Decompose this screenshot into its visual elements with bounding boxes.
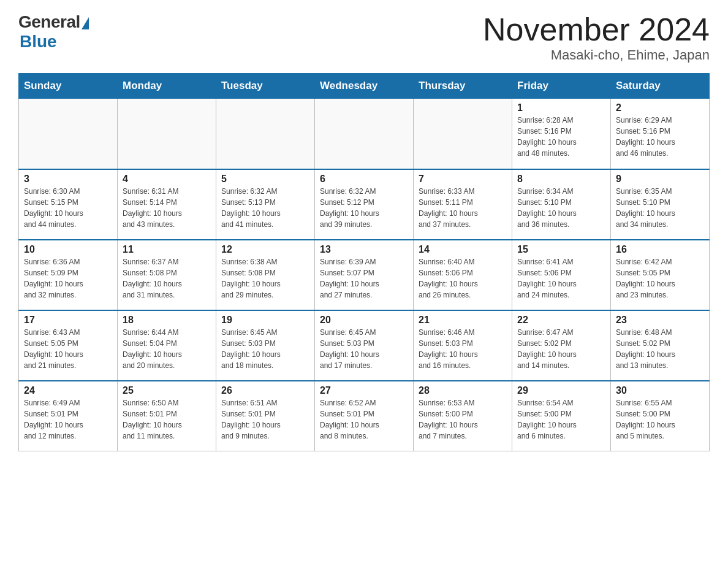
calendar-cell-w3-d0: 10Sunrise: 6:36 AMSunset: 5:09 PMDayligh… [19, 240, 118, 310]
day-number: 12 [221, 244, 309, 255]
day-info: Sunrise: 6:50 AMSunset: 5:01 PMDaylight:… [123, 397, 211, 442]
calendar-cell-w2-d5: 8Sunrise: 6:34 AMSunset: 5:10 PMDaylight… [512, 169, 611, 240]
day-info: Sunrise: 6:47 AMSunset: 5:02 PMDaylight:… [517, 327, 605, 371]
day-info: Sunrise: 6:37 AMSunset: 5:08 PMDaylight:… [123, 256, 211, 301]
day-number: 15 [517, 244, 605, 255]
day-number: 6 [320, 174, 408, 185]
header-tuesday: Tuesday [216, 74, 315, 99]
month-title: November 2024 [483, 12, 710, 47]
calendar-cell-w4-d5: 22Sunrise: 6:47 AMSunset: 5:02 PMDayligh… [512, 310, 611, 381]
calendar-cell-w1-d5: 1Sunrise: 6:28 AMSunset: 5:16 PMDaylight… [512, 99, 611, 169]
day-number: 27 [320, 385, 408, 396]
calendar-week-5: 24Sunrise: 6:49 AMSunset: 5:01 PMDayligh… [19, 381, 710, 451]
day-info: Sunrise: 6:30 AMSunset: 5:15 PMDaylight:… [24, 186, 112, 230]
calendar-cell-w4-d0: 17Sunrise: 6:43 AMSunset: 5:05 PMDayligh… [19, 310, 118, 381]
day-info: Sunrise: 6:49 AMSunset: 5:01 PMDaylight:… [24, 397, 112, 442]
header-sunday: Sunday [19, 74, 118, 99]
calendar-cell-w3-d1: 11Sunrise: 6:37 AMSunset: 5:08 PMDayligh… [118, 240, 216, 310]
calendar-cell-w2-d2: 5Sunrise: 6:32 AMSunset: 5:13 PMDaylight… [216, 169, 315, 240]
location-title: Masaki-cho, Ehime, Japan [483, 47, 710, 63]
day-info: Sunrise: 6:52 AMSunset: 5:01 PMDaylight:… [320, 397, 408, 442]
day-number: 28 [419, 385, 507, 396]
header-wednesday: Wednesday [315, 74, 414, 99]
logo-general-text: General [18, 12, 80, 32]
calendar-cell-w5-d5: 29Sunrise: 6:54 AMSunset: 5:00 PMDayligh… [512, 381, 611, 451]
calendar-cell-w2-d6: 9Sunrise: 6:35 AMSunset: 5:10 PMDaylight… [611, 169, 710, 240]
calendar-cell-w1-d6: 2Sunrise: 6:29 AMSunset: 5:16 PMDaylight… [611, 99, 710, 169]
calendar-week-2: 3Sunrise: 6:30 AMSunset: 5:15 PMDaylight… [19, 169, 710, 240]
day-number: 22 [517, 315, 605, 326]
title-area: November 2024 Masaki-cho, Ehime, Japan [483, 12, 710, 63]
day-info: Sunrise: 6:28 AMSunset: 5:16 PMDaylight:… [517, 115, 605, 159]
day-number: 26 [221, 385, 309, 396]
day-info: Sunrise: 6:41 AMSunset: 5:06 PMDaylight:… [517, 256, 605, 301]
page-header: General Blue November 2024 Masaki-cho, E… [18, 12, 710, 63]
logo-triangle-icon [82, 17, 89, 29]
day-info: Sunrise: 6:51 AMSunset: 5:01 PMDaylight:… [221, 397, 309, 442]
calendar-cell-w2-d0: 3Sunrise: 6:30 AMSunset: 5:15 PMDaylight… [19, 169, 118, 240]
day-info: Sunrise: 6:55 AMSunset: 5:00 PMDaylight:… [616, 397, 704, 442]
day-info: Sunrise: 6:42 AMSunset: 5:05 PMDaylight:… [616, 256, 704, 301]
day-number: 13 [320, 244, 408, 255]
calendar-cell-w3-d6: 16Sunrise: 6:42 AMSunset: 5:05 PMDayligh… [611, 240, 710, 310]
day-number: 18 [123, 315, 211, 326]
day-info: Sunrise: 6:32 AMSunset: 5:13 PMDaylight:… [221, 186, 309, 230]
day-number: 8 [517, 174, 605, 185]
day-number: 9 [616, 174, 704, 185]
day-number: 17 [24, 315, 112, 326]
calendar-cell-w1-d2 [216, 99, 315, 169]
header-friday: Friday [512, 74, 611, 99]
calendar-cell-w2-d3: 6Sunrise: 6:32 AMSunset: 5:12 PMDaylight… [315, 169, 414, 240]
day-info: Sunrise: 6:34 AMSunset: 5:10 PMDaylight:… [517, 186, 605, 230]
calendar-cell-w5-d0: 24Sunrise: 6:49 AMSunset: 5:01 PMDayligh… [19, 381, 118, 451]
day-number: 4 [123, 174, 211, 185]
calendar-cell-w4-d4: 21Sunrise: 6:46 AMSunset: 5:03 PMDayligh… [414, 310, 512, 381]
calendar-cell-w4-d2: 19Sunrise: 6:45 AMSunset: 5:03 PMDayligh… [216, 310, 315, 381]
calendar-cell-w2-d1: 4Sunrise: 6:31 AMSunset: 5:14 PMDaylight… [118, 169, 216, 240]
day-number: 20 [320, 315, 408, 326]
day-number: 2 [616, 102, 704, 113]
calendar-cell-w5-d3: 27Sunrise: 6:52 AMSunset: 5:01 PMDayligh… [315, 381, 414, 451]
day-number: 7 [419, 174, 507, 185]
calendar-cell-w3-d5: 15Sunrise: 6:41 AMSunset: 5:06 PMDayligh… [512, 240, 611, 310]
calendar-cell-w1-d3 [315, 99, 414, 169]
calendar-cell-w1-d1 [118, 99, 216, 169]
logo-blue-text: Blue [20, 32, 57, 52]
day-info: Sunrise: 6:36 AMSunset: 5:09 PMDaylight:… [24, 256, 112, 301]
calendar-cell-w1-d0 [19, 99, 118, 169]
calendar-cell-w3-d3: 13Sunrise: 6:39 AMSunset: 5:07 PMDayligh… [315, 240, 414, 310]
calendar-cell-w5-d2: 26Sunrise: 6:51 AMSunset: 5:01 PMDayligh… [216, 381, 315, 451]
day-info: Sunrise: 6:40 AMSunset: 5:06 PMDaylight:… [419, 256, 507, 301]
calendar-week-4: 17Sunrise: 6:43 AMSunset: 5:05 PMDayligh… [19, 310, 710, 381]
day-number: 1 [517, 102, 605, 113]
weekday-header-row: Sunday Monday Tuesday Wednesday Thursday… [19, 74, 710, 99]
day-info: Sunrise: 6:45 AMSunset: 5:03 PMDaylight:… [221, 327, 309, 371]
day-number: 21 [419, 315, 507, 326]
day-number: 11 [123, 244, 211, 255]
day-info: Sunrise: 6:29 AMSunset: 5:16 PMDaylight:… [616, 115, 704, 159]
day-info: Sunrise: 6:39 AMSunset: 5:07 PMDaylight:… [320, 256, 408, 301]
day-info: Sunrise: 6:32 AMSunset: 5:12 PMDaylight:… [320, 186, 408, 230]
calendar-cell-w3-d4: 14Sunrise: 6:40 AMSunset: 5:06 PMDayligh… [414, 240, 512, 310]
day-info: Sunrise: 6:44 AMSunset: 5:04 PMDaylight:… [123, 327, 211, 371]
calendar-week-3: 10Sunrise: 6:36 AMSunset: 5:09 PMDayligh… [19, 240, 710, 310]
day-info: Sunrise: 6:45 AMSunset: 5:03 PMDaylight:… [320, 327, 408, 371]
day-number: 29 [517, 385, 605, 396]
day-info: Sunrise: 6:38 AMSunset: 5:08 PMDaylight:… [221, 256, 309, 301]
day-info: Sunrise: 6:54 AMSunset: 5:00 PMDaylight:… [517, 397, 605, 442]
calendar-cell-w4-d1: 18Sunrise: 6:44 AMSunset: 5:04 PMDayligh… [118, 310, 216, 381]
day-number: 30 [616, 385, 704, 396]
day-number: 23 [616, 315, 704, 326]
calendar-cell-w4-d6: 23Sunrise: 6:48 AMSunset: 5:02 PMDayligh… [611, 310, 710, 381]
day-number: 19 [221, 315, 309, 326]
logo: General Blue [18, 12, 89, 52]
day-info: Sunrise: 6:43 AMSunset: 5:05 PMDaylight:… [24, 327, 112, 371]
calendar-cell-w5-d1: 25Sunrise: 6:50 AMSunset: 5:01 PMDayligh… [118, 381, 216, 451]
calendar-cell-w3-d2: 12Sunrise: 6:38 AMSunset: 5:08 PMDayligh… [216, 240, 315, 310]
day-info: Sunrise: 6:46 AMSunset: 5:03 PMDaylight:… [419, 327, 507, 371]
calendar-cell-w5-d4: 28Sunrise: 6:53 AMSunset: 5:00 PMDayligh… [414, 381, 512, 451]
calendar-week-1: 1Sunrise: 6:28 AMSunset: 5:16 PMDaylight… [19, 99, 710, 169]
header-saturday: Saturday [611, 74, 710, 99]
calendar-cell-w1-d4 [414, 99, 512, 169]
day-number: 3 [24, 174, 112, 185]
